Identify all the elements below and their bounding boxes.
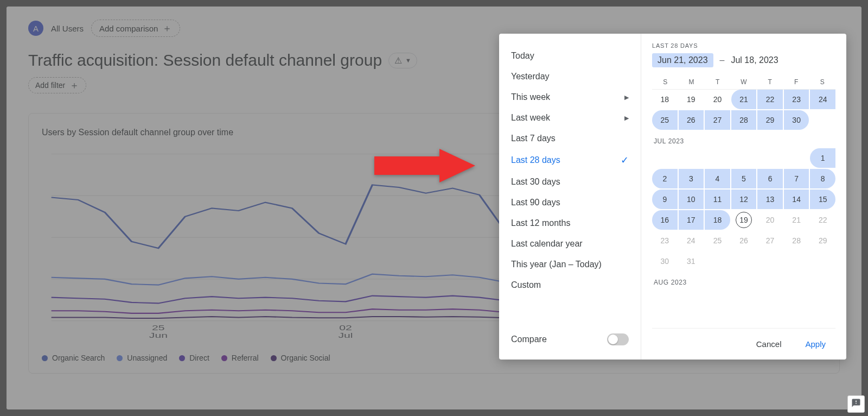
calendar-day[interactable]: 18 (705, 210, 730, 230)
preset-option[interactable]: Today (499, 46, 641, 66)
range-title: LAST 28 DAYS (652, 42, 835, 49)
calendar-day: 24 (679, 231, 704, 250)
calendar-day[interactable]: 18 (652, 90, 678, 109)
calendar-day[interactable]: 2 (652, 169, 678, 188)
calendar-day[interactable]: 4 (705, 169, 730, 188)
month-label: AUG 2023 (654, 279, 835, 286)
range-end[interactable]: Jul 18, 2023 (731, 55, 778, 65)
add-comparison-button[interactable]: Add comparison ＋ (91, 20, 180, 37)
preset-option[interactable]: Last 28 days✓ (499, 149, 641, 172)
legend-swatch (271, 355, 277, 361)
range-start[interactable]: Jun 21, 2023 (652, 53, 713, 67)
calendar-day[interactable]: 12 (731, 190, 757, 209)
calendar-day[interactable]: 26 (679, 110, 704, 130)
calendar-day[interactable]: 21 (731, 90, 757, 109)
calendar-day: 28 (784, 231, 809, 250)
calendar-day[interactable]: 17 (679, 210, 704, 230)
legend-item[interactable]: Referral (221, 354, 259, 362)
calendar-scroll[interactable]: 18192021222324252627282930JUL 2023123456… (652, 90, 835, 328)
add-filter-label: Add filter (35, 81, 65, 90)
calendar-day: 31 (679, 251, 704, 271)
legend-swatch (179, 355, 185, 361)
plus-icon: ＋ (162, 23, 172, 33)
calendar-day: 27 (757, 231, 783, 250)
calendar-day[interactable]: 5 (731, 169, 757, 188)
calendar-day[interactable]: 8 (810, 169, 835, 188)
calendar-day: 30 (652, 251, 678, 271)
calendar-day[interactable]: 6 (757, 169, 783, 188)
legend-item[interactable]: Organic Search (42, 354, 105, 362)
calendar-day[interactable]: 24 (810, 90, 835, 109)
calendar-day[interactable]: 11 (705, 190, 730, 209)
annotation-arrow (374, 147, 477, 187)
preset-option[interactable]: Custom (499, 275, 641, 295)
feedback-button[interactable] (847, 395, 865, 413)
chevron-right-icon: ▶ (624, 115, 629, 122)
calendar-day[interactable]: 9 (652, 190, 678, 209)
calendar-day[interactable]: 15 (810, 190, 835, 209)
legend-label: Organic Search (52, 354, 105, 362)
preset-option[interactable]: Yesterday (499, 66, 641, 87)
preset-option[interactable]: Last week▶ (499, 108, 641, 128)
calendar-day[interactable]: 13 (757, 190, 783, 209)
legend-swatch (117, 355, 123, 361)
legend-label: Unassigned (127, 354, 167, 362)
calendar-day[interactable]: 16 (652, 210, 678, 230)
calendar-day[interactable]: 1 (810, 148, 835, 168)
svg-text:25: 25 (152, 324, 165, 332)
calendar-day[interactable]: 19 (679, 90, 704, 109)
calendar-day: 29 (810, 231, 835, 250)
calendar-day[interactable]: 19 (731, 210, 757, 230)
legend-label: Referral (232, 354, 259, 362)
calendar-day: 22 (810, 210, 835, 230)
calendar-day[interactable]: 30 (784, 110, 809, 130)
warning-icon: ⚠ (394, 55, 402, 66)
warning-chip[interactable]: ⚠ ▼ (388, 53, 417, 68)
calendar-day[interactable]: 25 (652, 110, 678, 130)
legend-item[interactable]: Direct (179, 354, 209, 362)
date-range-picker: TodayYesterdayThis week▶Last week▶Last 7… (499, 34, 846, 360)
calendar-day[interactable]: 10 (679, 190, 704, 209)
legend-item[interactable]: Organic Social (271, 354, 330, 362)
legend-label: Organic Social (281, 354, 330, 362)
calendar-day[interactable]: 29 (757, 110, 783, 130)
calendar-day: 21 (784, 210, 809, 230)
chevron-right-icon: ▶ (624, 94, 629, 101)
legend-swatch (221, 355, 227, 361)
calendar-day[interactable]: 7 (784, 169, 809, 188)
calendar-day[interactable]: 28 (731, 110, 757, 130)
compare-row: Compare (499, 326, 641, 353)
svg-text:Jul: Jul (339, 332, 353, 340)
add-comparison-label: Add comparison (99, 24, 158, 33)
feedback-icon (851, 398, 861, 411)
plus-icon: ＋ (69, 80, 79, 90)
calendar-day[interactable]: 23 (784, 90, 809, 109)
chevron-down-icon: ▼ (405, 57, 411, 64)
calendar-day[interactable]: 14 (784, 190, 809, 209)
preset-option[interactable]: This year (Jan – Today) (499, 254, 641, 275)
preset-option[interactable]: Last 12 months (499, 213, 641, 234)
svg-text:Jun: Jun (149, 332, 168, 340)
calendar-day[interactable]: 3 (679, 169, 704, 188)
preset-option[interactable]: Last 7 days (499, 128, 641, 149)
legend-label: Direct (189, 354, 209, 362)
month-label: JUL 2023 (654, 137, 835, 145)
preset-option[interactable]: Last calendar year (499, 234, 641, 254)
legend-swatch (42, 355, 48, 361)
preset-option[interactable]: Last 30 days (499, 172, 641, 192)
compare-toggle[interactable] (607, 333, 629, 345)
calendar-day: 20 (757, 210, 783, 230)
preset-option[interactable]: Last 90 days (499, 192, 641, 213)
legend-item[interactable]: Unassigned (117, 354, 167, 362)
calendar-day[interactable]: 20 (705, 90, 730, 109)
cancel-button[interactable]: Cancel (752, 336, 786, 352)
calendar-day[interactable]: 27 (705, 110, 730, 130)
segment-label: All Users (51, 24, 84, 33)
apply-button[interactable]: Apply (801, 336, 830, 352)
calendar-day: 23 (652, 231, 678, 250)
add-filter-button[interactable]: Add filter ＋ (28, 77, 86, 93)
range-display: Jun 21, 2023 – Jul 18, 2023 (652, 53, 835, 67)
preset-option[interactable]: This week▶ (499, 87, 641, 108)
calendar-day[interactable]: 22 (757, 90, 783, 109)
check-icon: ✓ (621, 154, 629, 166)
